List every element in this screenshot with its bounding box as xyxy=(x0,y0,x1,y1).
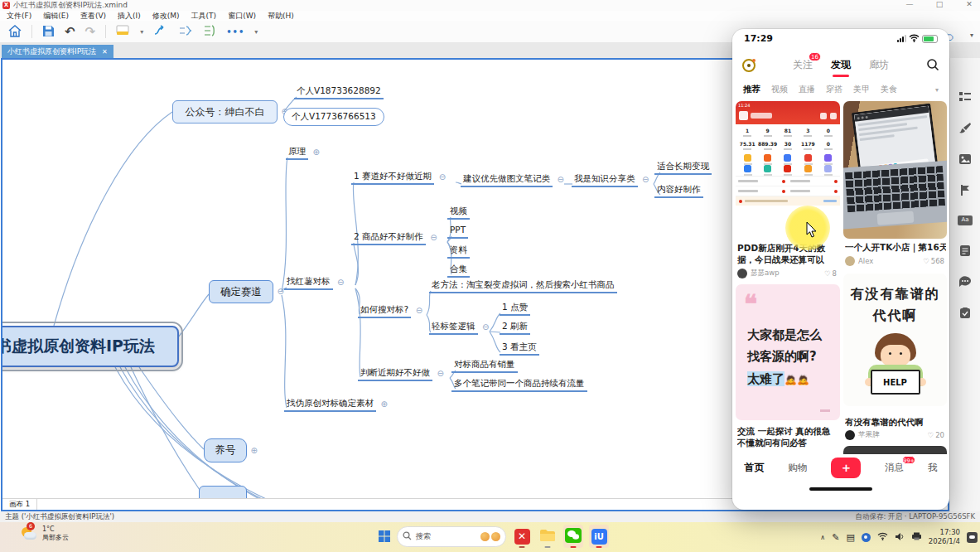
avatar[interactable] xyxy=(845,256,855,266)
node-kan-zhuye[interactable]: 3 看主页 xyxy=(500,341,539,356)
node-heji[interactable]: 合集 xyxy=(447,264,470,278)
menu-file[interactable]: 文件(F) xyxy=(7,11,31,22)
nav-post-button[interactable]: ＋ xyxy=(831,458,861,478)
node-biaoqian-luoji[interactable]: 轻标签逻辑 ⊖ xyxy=(429,321,478,335)
tray-expand-icon[interactable]: ∧ xyxy=(820,534,825,541)
node-personal-v1[interactable]: 个人V18733628892 xyxy=(294,85,384,99)
wifi-icon[interactable] xyxy=(877,532,888,542)
menu-tools[interactable]: 工具(T) xyxy=(191,11,217,22)
tab-city[interactable]: 廊坊 xyxy=(869,58,889,72)
relationship-icon[interactable] xyxy=(153,25,168,38)
node-shipin[interactable]: 视频 xyxy=(447,206,470,220)
node-zhao-hongshu[interactable]: 找红薯对标 ⊖ xyxy=(284,276,333,290)
feed-card-help-image[interactable]: 有没有靠谱的 代代啊 HELP xyxy=(843,274,947,406)
node-neirong-haozhizuo[interactable]: 内容好制作 xyxy=(654,184,703,198)
collapse-icon[interactable]: ⊖ xyxy=(482,323,489,332)
menu-help[interactable]: 帮助(H) xyxy=(268,11,294,22)
comment-icon[interactable] xyxy=(958,276,972,288)
category-live[interactable]: 直播 xyxy=(799,84,815,95)
taskbar-weather[interactable]: 6 1°C 局部多云 xyxy=(22,525,69,542)
collapse-icon[interactable]: ⊖ xyxy=(437,370,444,378)
collapse-icon[interactable]: ⊖ xyxy=(337,278,344,287)
category-nails[interactable]: 美甲 xyxy=(853,84,870,95)
safety-icon[interactable] xyxy=(862,533,871,542)
avatar[interactable] xyxy=(737,269,747,278)
node-saidao-haozuo[interactable]: 1 赛道好不好做近期 ⊖ xyxy=(351,171,434,185)
volume-icon[interactable] xyxy=(895,532,905,543)
menu-edit[interactable]: 编辑(E) xyxy=(43,11,69,22)
heart-icon[interactable]: ♡ xyxy=(928,431,934,439)
chevron-down-icon[interactable]: ▾ xyxy=(935,86,939,94)
live-icon[interactable] xyxy=(742,59,756,72)
collapse-icon[interactable]: ⊖ xyxy=(642,176,649,184)
node-queding-saidao[interactable]: 确定赛道 ⊖ xyxy=(209,280,273,303)
node-shuaxin[interactable]: 2 刷新 xyxy=(500,321,530,335)
node-ppt[interactable]: PPT xyxy=(447,225,468,239)
username[interactable]: Alex xyxy=(858,257,873,265)
notes-icon[interactable] xyxy=(959,245,971,257)
taskbar-search[interactable]: 搜索 xyxy=(397,526,506,547)
node-personal-v2[interactable]: 个人V17736766513 xyxy=(283,108,384,126)
more-tools-icon[interactable]: ••• xyxy=(226,27,244,36)
panel-caret-icon[interactable]: ▾ xyxy=(970,31,973,39)
nav-shop[interactable]: 购物 xyxy=(788,462,807,474)
node-shangpin-zhizuo[interactable]: 2 商品好不好制作 ⊖ xyxy=(351,231,426,245)
node-wei-yuanchuang[interactable]: 找伪原创对标确定素材 ⊕ xyxy=(284,398,376,412)
minimize-button[interactable]: — xyxy=(904,0,915,8)
sheet-tab-canvas1[interactable]: 画布 1 xyxy=(2,499,37,510)
notification-center-icon[interactable] xyxy=(967,532,978,543)
node-ziliao[interactable]: 资料 xyxy=(447,245,470,259)
taskbar-app-blue[interactable]: iU xyxy=(589,525,609,548)
node-dianzan[interactable]: 1 点赞 xyxy=(500,302,530,316)
category-food[interactable]: 美食 xyxy=(881,84,897,95)
style-icon[interactable] xyxy=(116,25,130,38)
nav-home[interactable]: 首页 xyxy=(744,461,764,475)
node-duibiao-xiaoliang[interactable]: 对标商品有销量 xyxy=(451,359,518,373)
node-changqi-bianxian[interactable]: 适合长期变现 xyxy=(654,161,712,175)
node-jianyi-tuwen[interactable]: 建议优先做图文笔记类 ⊖ xyxy=(461,173,553,187)
tab-follow[interactable]: 关注 16 xyxy=(793,58,813,72)
redo-icon[interactable]: ↷ xyxy=(85,24,96,39)
outline-icon[interactable] xyxy=(958,91,972,103)
username[interactable]: 瑟瑟awp xyxy=(751,269,780,278)
marker-flag-icon[interactable] xyxy=(959,184,971,196)
menu-view[interactable]: 查看(V) xyxy=(80,11,106,22)
heart-icon[interactable]: ♡ xyxy=(824,269,831,278)
node-yuanli[interactable]: 原理 ⊕ xyxy=(286,146,308,160)
home-icon[interactable] xyxy=(8,25,22,39)
ime-icon[interactable]: ▤ xyxy=(846,532,854,543)
node-partial[interactable] xyxy=(199,486,247,498)
label-icon[interactable]: Aa xyxy=(958,215,973,225)
save-icon[interactable] xyxy=(42,25,55,39)
node-chixu-liuliang[interactable]: 多个笔记带同一个商品持续有流量 xyxy=(451,378,587,392)
close-button[interactable]: ✕ xyxy=(963,0,975,8)
summary-icon[interactable] xyxy=(203,25,216,38)
feed-card-laptop-image[interactable] xyxy=(843,101,947,239)
card-title[interactable]: 一个人开TK小店｜第16天 xyxy=(845,241,946,254)
card-title[interactable]: 有没有靠谱的代代啊 xyxy=(845,416,946,429)
taskbar-app-explorer[interactable] xyxy=(538,525,558,548)
toolbar-caret-icon[interactable]: ▾ xyxy=(254,28,258,36)
maximize-button[interactable]: □ xyxy=(934,0,945,8)
tab-discover[interactable]: 发现 xyxy=(831,58,851,72)
node-yanghao[interactable]: 养号 ⊕ xyxy=(204,438,247,462)
expand-icon[interactable]: ⊕ xyxy=(381,400,388,409)
nav-me[interactable]: 我 xyxy=(928,462,938,474)
expand-icon[interactable]: ⊕ xyxy=(251,447,258,455)
expand-icon[interactable]: ⊕ xyxy=(313,148,320,157)
category-video[interactable]: 视频 xyxy=(771,84,788,95)
taskbar-clock[interactable]: 17:30 2026/1/4 xyxy=(929,528,960,546)
tab-close-icon[interactable]: ✕ xyxy=(102,48,108,56)
collapse-icon[interactable]: ⊖ xyxy=(416,307,422,315)
collapse-icon[interactable]: ⊖ xyxy=(430,234,437,242)
image-icon[interactable] xyxy=(958,153,972,165)
taskbar-app-xmind[interactable]: ✕ xyxy=(512,525,532,548)
task-icon[interactable] xyxy=(959,307,971,319)
pen-icon[interactable]: ✎ xyxy=(832,532,839,543)
category-outfit[interactable]: 穿搭 xyxy=(826,84,842,95)
taskbar-app-wechat[interactable] xyxy=(563,525,583,548)
boundary-icon[interactable] xyxy=(178,25,193,38)
menu-insert[interactable]: 插入(I) xyxy=(118,11,141,22)
menu-modify[interactable]: 修改(M) xyxy=(152,11,180,22)
nav-messages[interactable]: 消息 99+ xyxy=(885,462,904,474)
